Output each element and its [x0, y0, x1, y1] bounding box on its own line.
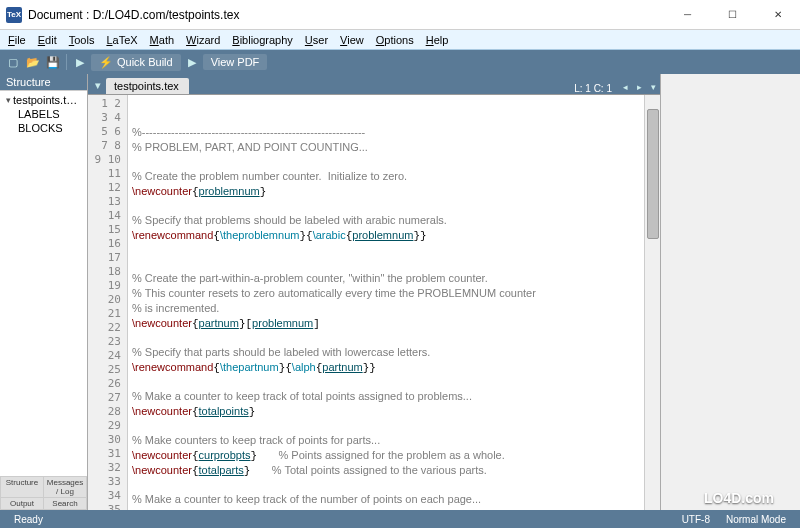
status-mode: Normal Mode	[718, 514, 794, 525]
app-icon: TeX	[6, 7, 22, 23]
tab-menu-icon[interactable]: ▾	[646, 80, 660, 94]
open-file-icon[interactable]: 📂	[24, 53, 42, 71]
vertical-scrollbar[interactable]	[644, 95, 660, 510]
tab-structure[interactable]: Structure	[1, 477, 43, 497]
scroll-thumb[interactable]	[647, 109, 659, 239]
tree-root[interactable]: ▾testpoints.t…	[0, 93, 87, 107]
menu-file[interactable]: File	[2, 32, 32, 48]
editor-tab-label: testpoints.tex	[114, 80, 179, 92]
menu-view[interactable]: View	[334, 32, 370, 48]
bolt-icon: ⚡	[99, 56, 113, 69]
separator	[66, 54, 67, 70]
view-icon[interactable]: ▶	[183, 53, 201, 71]
line-number-gutter: 1 2 3 4 5 6 7 8 9 10 11 12 13 14 15 16 1…	[88, 95, 128, 510]
menu-edit[interactable]: Edit	[32, 32, 63, 48]
new-file-icon[interactable]: ▢	[4, 53, 22, 71]
view-pdf-button[interactable]: View PDF	[203, 54, 268, 70]
quick-build-button[interactable]: ⚡Quick Build	[91, 54, 181, 71]
sidebar-bottom-tabs: Structure Messages / Log Output Search	[0, 476, 87, 510]
menu-tools[interactable]: Tools	[63, 32, 101, 48]
menu-latex[interactable]: LaTeX	[100, 32, 143, 48]
code-area[interactable]: %---------------------------------------…	[128, 95, 644, 510]
sidebar: Structure ▾testpoints.t… LABELS BLOCKS S…	[0, 74, 88, 510]
toolbar: ▢ 📂 💾 ▶ ⚡Quick Build ▶ View PDF	[0, 50, 800, 74]
sidebar-header: Structure	[0, 74, 87, 90]
editor-tab[interactable]: testpoints.tex	[106, 78, 189, 94]
prev-tab-icon[interactable]: ◂	[618, 80, 632, 94]
menu-help[interactable]: Help	[420, 32, 455, 48]
cursor-position: L: 1 C: 1	[568, 83, 618, 94]
chevron-down-icon: ▾	[6, 95, 11, 105]
structure-tree[interactable]: ▾testpoints.t… LABELS BLOCKS	[0, 90, 87, 476]
menu-bibliography[interactable]: Bibliography	[226, 32, 299, 48]
run-icon[interactable]: ▶	[71, 53, 89, 71]
tree-label: LABELS	[18, 108, 60, 120]
body: Structure ▾testpoints.t… LABELS BLOCKS S…	[0, 74, 800, 510]
tab-output[interactable]: Output	[1, 498, 43, 509]
save-file-icon[interactable]: 💾	[44, 53, 62, 71]
preview-pane	[660, 74, 800, 510]
tab-search[interactable]: Search	[44, 498, 86, 509]
window-minimize[interactable]: ─	[665, 0, 710, 30]
menu-options[interactable]: Options	[370, 32, 420, 48]
status-encoding: UTF-8	[674, 514, 718, 525]
tree-label: BLOCKS	[18, 122, 63, 134]
window-maximize[interactable]: ☐	[710, 0, 755, 30]
status-ready: Ready	[6, 514, 51, 525]
editor-tabstrip: ▾ testpoints.tex L: 1 C: 1 ◂ ▸ ▾	[88, 74, 660, 94]
menu-user[interactable]: User	[299, 32, 334, 48]
editor-area: ▾ testpoints.tex L: 1 C: 1 ◂ ▸ ▾ 1 2 3 4…	[88, 74, 660, 510]
tree-node-blocks[interactable]: BLOCKS	[0, 121, 87, 135]
titlebar: TeX Document : D:/LO4D.com/testpoints.te…	[0, 0, 800, 30]
statusbar: Ready UTF-8 Normal Mode	[0, 510, 800, 528]
tab-messages[interactable]: Messages / Log	[44, 477, 86, 497]
menu-math[interactable]: Math	[144, 32, 180, 48]
tree-root-label: testpoints.t…	[13, 94, 77, 106]
editor: 1 2 3 4 5 6 7 8 9 10 11 12 13 14 15 16 1…	[88, 94, 660, 510]
next-tab-icon[interactable]: ▸	[632, 80, 646, 94]
menu-wizard[interactable]: Wizard	[180, 32, 226, 48]
bookmark-icon[interactable]: ▾	[90, 76, 106, 94]
tree-node-labels[interactable]: LABELS	[0, 107, 87, 121]
menubar: FileEditToolsLaTeXMathWizardBibliography…	[0, 30, 800, 50]
quick-build-label: Quick Build	[117, 56, 173, 68]
view-pdf-label: View PDF	[211, 56, 260, 68]
window-close[interactable]: ✕	[755, 0, 800, 30]
window-title: Document : D:/LO4D.com/testpoints.tex	[28, 8, 665, 22]
